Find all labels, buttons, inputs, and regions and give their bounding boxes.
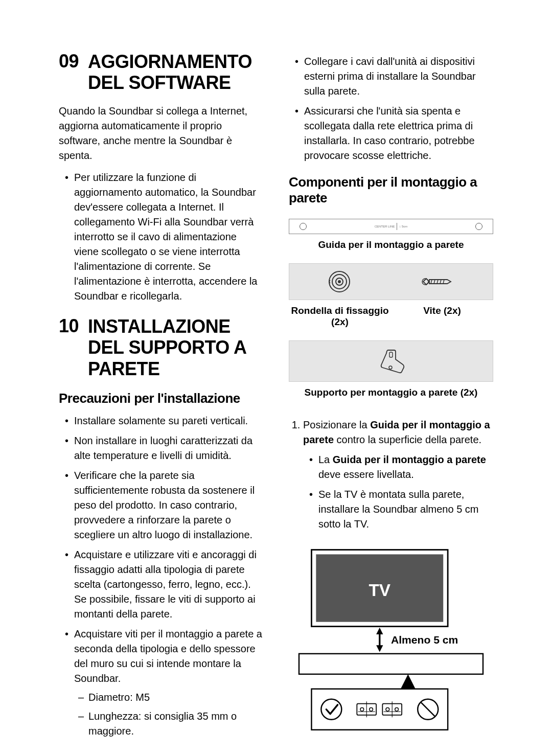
right-column: Collegare i cavi dall'unità ai dispositi… xyxy=(289,51,493,746)
section-09-heading: 09 AGGIORNAMENTO DEL SOFTWARE xyxy=(59,51,263,94)
list-item: Assicurarsi che l'unità sia spenta e sco… xyxy=(304,104,493,163)
diagram-tv-label: TV xyxy=(369,581,390,600)
component-label: Vite (2x) xyxy=(391,305,493,328)
component-guide: CENTER LINE↕ 5cm Guida per il montaggio … xyxy=(289,219,493,250)
wall-guide-icon: CENTER LINE↕ 5cm xyxy=(289,219,493,234)
text: Posizionare la xyxy=(303,419,370,430)
list-item: La Guida per il montaggio a parete deve … xyxy=(318,452,493,482)
list-item: Non installare in luoghi caratterizzati … xyxy=(74,433,263,463)
svg-marker-10 xyxy=(376,628,383,634)
list-item: Installare solamente su pareti verticali… xyxy=(74,414,263,428)
component-bracket: Supporto per montaggio a parete (2x) xyxy=(289,340,493,398)
bracket-icon xyxy=(375,347,407,375)
list-item: Diametro: M5 xyxy=(88,690,263,705)
list-item: Per utilizzare la funzione di aggiorname… xyxy=(74,170,263,304)
component-label: Rondella di fissaggio (2x) xyxy=(289,305,391,328)
washer-icon xyxy=(328,270,351,293)
section-title: INSTALLAZIONE DEL SUPPORTO A PARETE xyxy=(88,316,263,379)
left-column: 09 AGGIORNAMENTO DEL SOFTWARE Quando la … xyxy=(59,51,263,746)
section-number: 10 xyxy=(59,316,79,336)
screw-icon xyxy=(419,271,455,292)
text: La xyxy=(318,454,333,465)
component-washer-screw: Rondella di fissaggio (2x) Vite (2x) xyxy=(289,263,493,328)
subsection-precautions: Precauzioni per l'installazione xyxy=(59,391,263,406)
text: contro la superficie della parete. xyxy=(334,434,481,445)
section-title: AGGIORNAMENTO DEL SOFTWARE xyxy=(88,51,263,94)
tv-soundbar-diagram: TV Almeno 5 cm xyxy=(289,547,493,735)
list-item: Lunghezza: si consiglia 35 mm o maggiore… xyxy=(88,709,263,739)
svg-point-6 xyxy=(389,366,392,369)
list-item: Acquistare viti per il montaggio a paret… xyxy=(74,627,263,739)
spec-sublist: Diametro: M5 Lunghezza: si consiglia 35 … xyxy=(74,690,263,739)
component-label: Supporto per montaggio a parete (2x) xyxy=(289,387,493,398)
component-label: Guida per il montaggio a parete xyxy=(289,239,493,250)
list-item-text: Acquistare viti per il montaggio a paret… xyxy=(74,628,262,684)
list-item: Acquistare e utilizzare viti e ancoraggi… xyxy=(74,547,263,622)
text-bold: Guida per il montaggio a parete xyxy=(333,454,486,465)
list-item: Collegare i cavi dall'unità ai dispositi… xyxy=(304,54,493,99)
section-number: 09 xyxy=(59,51,79,72)
step-1: Posizionare la Guida per il montaggio a … xyxy=(303,418,493,532)
svg-rect-12 xyxy=(299,654,483,674)
text: deve essere livellata. xyxy=(318,469,414,480)
step-1-sublist: La Guida per il montaggio a parete deve … xyxy=(303,452,493,532)
section-09-bullets: Per utilizzare la funzione di aggiorname… xyxy=(59,170,263,304)
svg-marker-11 xyxy=(376,645,383,652)
precautions-list-right: Collegare i cavi dall'unità ai dispositi… xyxy=(289,54,493,163)
list-item: Se la TV è montata sulla parete, install… xyxy=(318,487,493,532)
section-09-intro: Quando la Soundbar si collega a Internet… xyxy=(59,104,263,163)
diagram-gap-label: Almeno 5 cm xyxy=(391,634,458,646)
svg-marker-13 xyxy=(401,674,416,689)
page-content: 09 AGGIORNAMENTO DEL SOFTWARE Quando la … xyxy=(0,0,552,756)
svg-point-3 xyxy=(338,280,341,283)
svg-rect-5 xyxy=(389,352,393,357)
precautions-list: Installare solamente su pareti verticali… xyxy=(59,414,263,739)
section-10-heading: 10 INSTALLAZIONE DEL SUPPORTO A PARETE xyxy=(59,316,263,379)
install-steps: Posizionare la Guida per il montaggio a … xyxy=(289,418,493,532)
list-item: Verificare che la parete sia sufficiente… xyxy=(74,468,263,542)
subsection-components: Componenti per il montaggio a parete xyxy=(289,174,493,206)
